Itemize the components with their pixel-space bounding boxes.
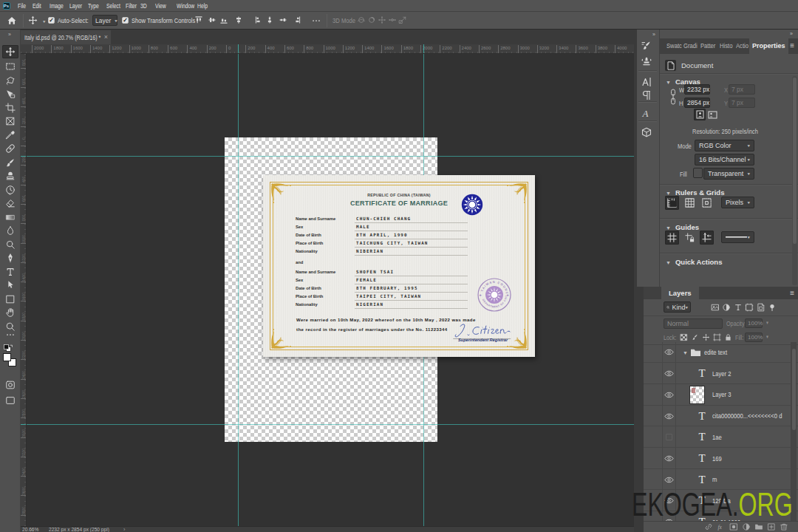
link-layers-icon[interactable] bbox=[702, 522, 715, 532]
3d-drag-icon[interactable] bbox=[378, 16, 386, 24]
layers-panel-menu-icon[interactable]: ≡ bbox=[790, 289, 794, 297]
auto-select-target-dropdown[interactable]: Layer▾ bbox=[92, 15, 117, 26]
panel-tab-gradi[interactable]: Gradi bbox=[683, 42, 698, 50]
align-top-edges-icon[interactable] bbox=[194, 16, 203, 24]
canvas-viewport[interactable]: REPUBLIC OF CHINA (TAIWAN)CERTIFICATE OF… bbox=[27, 54, 634, 526]
menu-help[interactable]: Help bbox=[197, 0, 208, 12]
eraser-tool[interactable] bbox=[2, 197, 18, 210]
rectangle-tool[interactable] bbox=[2, 293, 18, 306]
fill-value[interactable]: 100% bbox=[745, 332, 763, 342]
filter-smart-objects-icon[interactable] bbox=[755, 301, 766, 313]
new-adjustment-layer-icon[interactable] bbox=[740, 522, 752, 532]
add-layer-mask-icon[interactable] bbox=[727, 522, 740, 532]
default-colors-icon[interactable] bbox=[3, 344, 13, 353]
lock-pixels-icon[interactable] bbox=[690, 332, 700, 342]
layer-visible-eye-icon[interactable] bbox=[664, 349, 674, 355]
panel-tab-properties[interactable]: Properties bbox=[749, 38, 788, 54]
panel-tab-patter[interactable]: Patter bbox=[700, 42, 715, 50]
document-tab-close-icon[interactable]: × bbox=[104, 34, 108, 41]
object-selection-tool[interactable] bbox=[2, 87, 18, 100]
clone-stamp-tool[interactable] bbox=[2, 169, 18, 183]
layer-row[interactable]: Layer 3 bbox=[644, 384, 798, 406]
document-tab[interactable]: Italy id.psd @ 20.7% (RGB/16) * × bbox=[21, 30, 111, 44]
certificate-image[interactable]: REPUBLIC OF CHINA (TAIWAN)CERTIFICATE OF… bbox=[263, 175, 535, 357]
3d-slide-icon[interactable] bbox=[388, 16, 397, 24]
blend-mode-dropdown[interactable]: Normal bbox=[664, 318, 723, 329]
menu-window[interactable]: Window bbox=[177, 0, 194, 12]
clone-source-panel-icon[interactable] bbox=[638, 55, 655, 69]
layer-row[interactable]: ▼edite text bbox=[644, 342, 798, 364]
distribute-left-edges-icon[interactable] bbox=[253, 16, 262, 24]
lasso-tool[interactable] bbox=[2, 74, 18, 87]
align-vertical-centers-icon[interactable] bbox=[208, 16, 216, 24]
layer-row[interactable]: Tcita0000000...<<<<<<<<0 d bbox=[644, 406, 798, 427]
vertical-ruler[interactable]: 8006004002000200400600800100012001400160… bbox=[21, 54, 27, 526]
toolbar-more-icon[interactable] bbox=[2, 328, 18, 341]
section-chevron-icon[interactable]: ▼ bbox=[666, 191, 671, 196]
hand-tool[interactable] bbox=[2, 306, 18, 319]
history-brush-tool[interactable] bbox=[2, 183, 18, 197]
dock-collapse-icon[interactable]: » bbox=[790, 31, 794, 36]
guide-line-style-dropdown[interactable]: ▾ bbox=[721, 231, 754, 243]
panel-tab-actio[interactable]: Actio bbox=[736, 42, 748, 50]
layer-row[interactable]: TLayer 2 bbox=[644, 363, 798, 384]
filter-image-layers-icon[interactable] bbox=[709, 301, 720, 313]
filter-type-layers-icon[interactable] bbox=[732, 301, 743, 313]
3d-scale-icon[interactable] bbox=[398, 16, 407, 24]
layer-hidden-eye-box[interactable] bbox=[666, 434, 672, 440]
lock-artboard-icon[interactable] bbox=[712, 332, 722, 342]
layer-visible-eye-icon[interactable] bbox=[664, 370, 674, 377]
section-chevron-icon[interactable]: ▼ bbox=[666, 225, 671, 231]
menu-view[interactable]: View bbox=[155, 0, 166, 12]
spot-healing-brush-tool[interactable] bbox=[2, 142, 18, 155]
3d-orbit-icon[interactable] bbox=[357, 16, 366, 24]
new-layer-icon[interactable] bbox=[765, 522, 777, 532]
status-chevron-icon[interactable]: › bbox=[123, 527, 126, 532]
layer-effects-icon[interactable]: fx bbox=[715, 522, 727, 532]
layer-visibility-cell[interactable] bbox=[662, 426, 677, 448]
distribute-vertical-centers-icon[interactable] bbox=[279, 16, 287, 24]
opacity-value[interactable]: 100% bbox=[745, 318, 763, 328]
properties-scrollbar-thumb[interactable] bbox=[793, 78, 797, 244]
show-transform-checkbox[interactable]: ✓ bbox=[122, 17, 129, 24]
panel-tab-histo[interactable]: Histo bbox=[720, 42, 732, 50]
quick-mask-icon[interactable] bbox=[2, 378, 18, 392]
section-chevron-icon[interactable]: ▼ bbox=[666, 80, 671, 85]
status-zoom-level[interactable]: 20.66% bbox=[22, 527, 44, 532]
gradient-tool[interactable] bbox=[2, 211, 18, 224]
brushes-panel-icon[interactable] bbox=[638, 38, 655, 53]
layer-visibility-cell[interactable] bbox=[662, 448, 677, 469]
link-dimensions-icon[interactable] bbox=[669, 88, 678, 107]
horizontal-ruler[interactable]: 2000180016001400120010008006004002000200… bbox=[21, 44, 634, 54]
frame-tool[interactable] bbox=[2, 115, 18, 128]
menu-type[interactable]: Type bbox=[88, 0, 99, 12]
menu-3d[interactable]: 3D bbox=[140, 0, 147, 12]
filter-pin-icon[interactable] bbox=[767, 301, 778, 313]
more-options-icon[interactable] bbox=[311, 16, 321, 26]
grid-toggle-button[interactable] bbox=[683, 196, 697, 210]
units-dropdown[interactable]: Pixels▾ bbox=[721, 197, 754, 208]
screen-mode-icon[interactable] bbox=[2, 394, 18, 407]
auto-select-checkbox[interactable]: ✓ bbox=[48, 17, 55, 24]
move-tool[interactable] bbox=[2, 45, 18, 58]
filter-shape-layers-icon[interactable] bbox=[744, 301, 755, 313]
menu-image[interactable]: Image bbox=[50, 0, 64, 12]
foreground-color-swatch[interactable] bbox=[3, 353, 11, 361]
fill-dropdown[interactable]: Transparent▾ bbox=[703, 168, 754, 180]
filter-adjustment-layers-icon[interactable] bbox=[721, 301, 732, 313]
canvas-y-input[interactable]: 7 px bbox=[729, 98, 755, 108]
quick-actions-section-header[interactable]: ▼Quick Actions bbox=[666, 258, 722, 266]
layer-visible-eye-icon[interactable] bbox=[664, 392, 674, 398]
mode-dropdown[interactable]: RGB Color▾ bbox=[695, 140, 754, 151]
orientation-landscape-button[interactable] bbox=[706, 109, 718, 120]
fill-swatch[interactable] bbox=[693, 168, 703, 178]
rectangular-marquee-tool[interactable] bbox=[2, 60, 18, 73]
orientation-portrait-button[interactable] bbox=[694, 109, 706, 120]
properties-scrollbar[interactable] bbox=[792, 76, 797, 285]
libraries-panel-icon[interactable] bbox=[638, 125, 655, 140]
foreground-background-swatches[interactable] bbox=[3, 353, 17, 367]
lock-guides-button[interactable] bbox=[683, 231, 697, 245]
pen-tool[interactable] bbox=[2, 251, 18, 265]
lock-all-icon[interactable] bbox=[723, 332, 733, 342]
toolbar-collapse-icon[interactable]: » bbox=[0, 30, 20, 42]
